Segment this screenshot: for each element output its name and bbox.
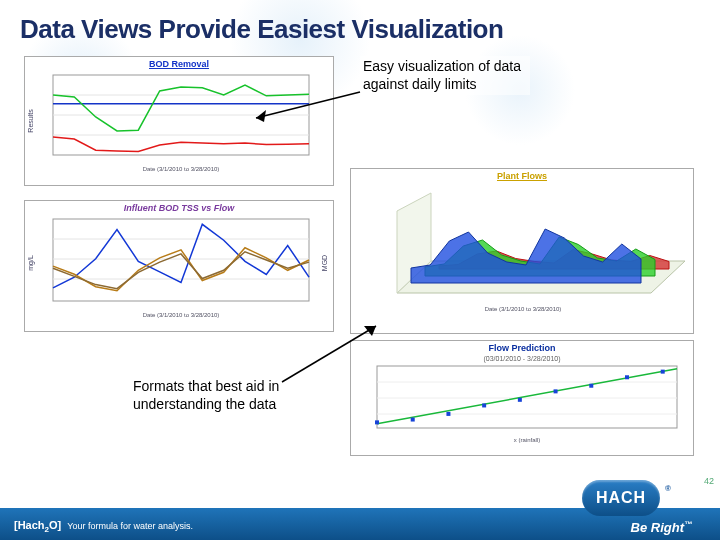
svg-rect-30 [625,375,629,379]
chart-flow-prediction-title: Flow Prediction [351,341,693,355]
hach2o-brand: [Hach2O] Your formula for water analysis… [14,519,193,534]
svg-rect-23 [375,420,379,424]
arrow-to-bod-chart [250,88,370,128]
svg-marker-34 [256,110,266,122]
callout-formats: Formats that best aid in understanding t… [130,376,300,415]
chart-plant-flows-plot: Date (3/1/2010 to 3/28/2010) [351,183,695,321]
chart-flow-prediction-plot: x (rainfall) [351,362,695,448]
chart-flow-prediction: Flow Prediction (03/01/2010 - 3/28/2010)… [350,340,694,456]
chart-bod-tss-flow-plot: mg/L MGD Date (3/1/2010 to 3/28/2010) [25,215,335,325]
hach-logo: HACH [582,480,660,516]
svg-text:Date (3/1/2010 to 3/28/2010): Date (3/1/2010 to 3/28/2010) [485,306,562,312]
chart-bod-removal-title: BOD Removal [25,57,333,71]
ribbon-a [411,229,641,283]
svg-line-33 [256,92,360,118]
svg-text:Date (3/1/2010 to 3/28/2010): Date (3/1/2010 to 3/28/2010) [143,312,220,318]
svg-rect-26 [482,403,486,407]
callout-easy-visualization: Easy visualization of data against daily… [360,56,530,95]
slide-title: Data Views Provide Easiest Visualization [20,14,700,45]
chart-flow-prediction-subtitle: (03/01/2010 - 3/28/2010) [351,355,693,362]
svg-text:Results: Results [27,109,34,133]
svg-text:MGD: MGD [321,255,328,271]
svg-rect-24 [411,418,415,422]
svg-marker-36 [364,326,376,336]
svg-text:mg/L: mg/L [27,255,35,271]
svg-marker-17 [411,229,641,283]
svg-text:Date (3/1/2010 to 3/28/2010): Date (3/1/2010 to 3/28/2010) [143,166,220,172]
footer-slogan: Be Right™ [631,520,692,535]
svg-text:x (rainfall): x (rainfall) [514,437,540,443]
svg-rect-31 [661,370,665,374]
chart-bod-tss-flow: Influent BOD TSS vs Flow mg/L MGD Date (… [24,200,334,332]
chart-plant-flows-title: Plant Flows [351,169,693,183]
chart-plant-flows: Plant Flows Date (3/1/2010 to 3/28/2010) [350,168,694,334]
chart-bod-tss-flow-title: Influent BOD TSS vs Flow [25,201,333,215]
page-number: 42 [704,476,714,486]
hach2o-tagline: Your formula for water analysis. [67,521,193,531]
svg-rect-28 [554,389,558,393]
svg-rect-25 [446,412,450,416]
footer: 42 HACH Be Right™ [Hach2O] Your formula … [0,486,720,540]
svg-rect-29 [589,384,593,388]
arrow-to-plant-flows [276,320,386,390]
svg-line-35 [282,326,376,382]
svg-rect-27 [518,398,522,402]
